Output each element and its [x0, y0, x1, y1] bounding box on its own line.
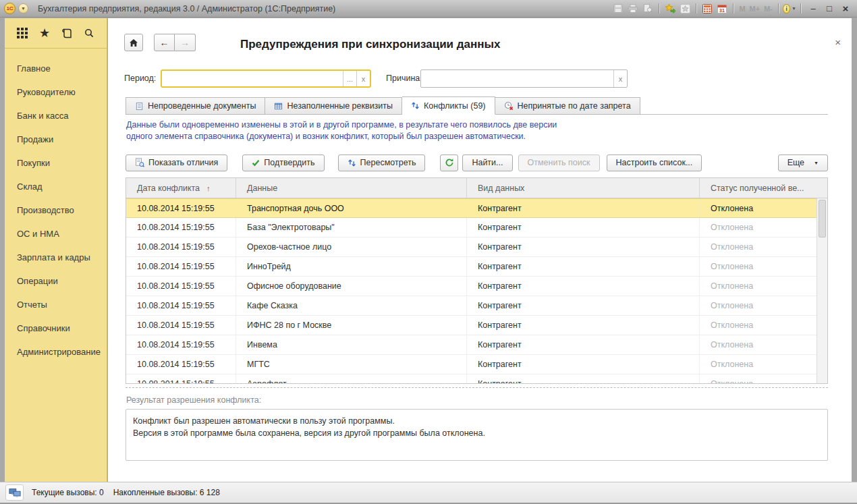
memory-plus-button[interactable]: M+: [748, 5, 763, 13]
table-row[interactable]: 10.08.2014 15:19:55 ИнноТрейд Контрагент…: [126, 257, 827, 277]
save-icon[interactable]: [611, 3, 625, 15]
window-titlebar: 1С ▼ Бухгалтерия предприятия, редакция 3…: [0, 0, 857, 18]
column-header-conflict-date[interactable]: Дата конфликта ↑: [126, 178, 236, 198]
configure-list-label: Настроить список...: [616, 158, 693, 167]
refresh-icon: [445, 158, 454, 167]
info-icon[interactable]: i▼: [783, 3, 796, 15]
table-row[interactable]: 10.08.2014 15:19:55 МГТС Контрагент Откл…: [126, 355, 827, 374]
sidebar-item[interactable]: Склад: [5, 175, 107, 198]
server-calls-icon[interactable]: [5, 484, 24, 501]
history-nav: ← →: [154, 34, 196, 51]
minimize-button[interactable]: –: [806, 3, 821, 15]
document-icon: [135, 102, 144, 111]
reason-input[interactable]: [421, 70, 613, 87]
home-button[interactable]: [124, 34, 143, 51]
conflict-info-text: Данные были одновременно изменены в этой…: [126, 119, 734, 142]
add-to-favorites-icon[interactable]: [663, 3, 677, 15]
find-button[interactable]: Найти...: [462, 155, 512, 171]
scrollbar-thumb[interactable]: [819, 200, 826, 237]
cell-conflict-date: 10.08.2014 15:19:55: [126, 237, 236, 256]
column-header-data[interactable]: Данные: [236, 178, 467, 198]
period-picker-button[interactable]: ...: [343, 71, 356, 86]
table-row[interactable]: 10.08.2014 15:19:55 Инвема Контрагент От…: [126, 335, 827, 355]
calculator-icon[interactable]: [700, 3, 714, 15]
cell-data: Орехов-частное лицо: [236, 237, 467, 256]
cell-data: МГТС: [236, 355, 467, 374]
table-scrollbar[interactable]: [817, 198, 827, 383]
cell-conflict-date: 10.08.2014 15:19:55: [126, 277, 236, 296]
form-close-icon[interactable]: ×: [835, 36, 841, 48]
sidebar-item[interactable]: Банк и касса: [5, 104, 107, 128]
table-row[interactable]: 10.08.2014 15:19:55 ИФНС 28 по г Москве …: [126, 316, 827, 335]
table-row[interactable]: 10.08.2014 15:19:55 Транспортная дочь ОО…: [126, 198, 827, 218]
info-line-1: Данные были одновременно изменены в этой…: [126, 119, 734, 131]
cell-data: ИФНС 28 по г Москве: [236, 316, 467, 335]
tab-conflicts[interactable]: Конфликты (59): [402, 96, 495, 115]
table-row[interactable]: 10.08.2014 15:19:55 Аэрофлот Контрагент …: [126, 374, 827, 384]
refresh-button[interactable]: [440, 155, 458, 171]
favorites-star-icon[interactable]: ★: [37, 26, 52, 40]
column-label: Вид данных: [478, 184, 524, 193]
review-button[interactable]: Пересмотреть: [338, 155, 426, 171]
table-row[interactable]: 10.08.2014 15:19:55 Кафе Сказка Контраге…: [126, 296, 827, 316]
confirm-button[interactable]: Подтвердить: [242, 155, 324, 171]
app-logo-icon[interactable]: 1С: [4, 3, 16, 14]
cell-kind: Контрагент: [467, 374, 700, 384]
resolution-result-label: Результат разрешения конфликта:: [126, 395, 261, 405]
tab-rejected-by-date[interactable]: Непринятые по дате запрета: [495, 97, 640, 115]
search-icon[interactable]: [82, 26, 96, 40]
current-calls-text: Текущие вызовы: 0: [32, 488, 104, 497]
sidebar-item[interactable]: Главное: [5, 57, 107, 80]
sort-ascending-icon: ↑: [206, 184, 211, 192]
resolution-result-box: Конфликт был разрешен автоматически в по…: [126, 409, 828, 461]
memory-minus-button[interactable]: M-: [762, 5, 775, 13]
cell-kind: Контрагент: [467, 257, 700, 276]
system-menu-dropdown-icon[interactable]: ▼: [18, 3, 28, 13]
table-header: Дата конфликта ↑ Данные Вид данных Стату…: [126, 178, 827, 198]
reason-clear-icon[interactable]: x: [613, 70, 627, 87]
forward-button[interactable]: →: [175, 34, 196, 51]
sidebar-item[interactable]: Администрирование: [5, 340, 107, 364]
tab-unposted-documents[interactable]: Непроведенные документы: [126, 97, 265, 115]
memory-recall-button[interactable]: M: [737, 5, 747, 13]
sidebar-item[interactable]: Производство: [5, 198, 107, 222]
close-button[interactable]: ×: [838, 3, 853, 15]
sidebar-item[interactable]: Справочники: [5, 316, 107, 340]
sidebar-item[interactable]: Покупки: [5, 151, 107, 175]
sidebar-item[interactable]: Зарплата и кадры: [5, 246, 107, 269]
column-header-status[interactable]: Статус полученной ве...: [700, 178, 817, 198]
show-differences-button[interactable]: Показать отличия: [126, 155, 227, 171]
tab-unfilled-attributes[interactable]: Незаполненные реквизиты: [265, 97, 402, 115]
sidebar-item[interactable]: Операции: [5, 269, 107, 293]
more-button[interactable]: Еще ▼: [778, 155, 828, 171]
table-row[interactable]: 10.08.2014 15:19:55 Орехов-частное лицо …: [126, 237, 827, 257]
sidebar-item[interactable]: Продажи: [5, 128, 107, 151]
cancel-search-button[interactable]: Отменить поиск: [518, 155, 600, 171]
print-preview-icon[interactable]: [641, 3, 655, 15]
more-label: Еще: [787, 158, 804, 167]
print-icon[interactable]: [626, 3, 640, 15]
main-menu-grid-icon[interactable]: [15, 26, 30, 40]
history-icon[interactable]: [59, 26, 74, 40]
cell-conflict-date: 10.08.2014 15:19:55: [126, 199, 236, 217]
reason-field: x: [420, 69, 628, 88]
period-clear-icon[interactable]: x: [356, 71, 370, 86]
cell-status: Отклонена: [700, 335, 817, 354]
table-row[interactable]: 10.08.2014 15:19:55 База "Электротовары"…: [126, 218, 827, 237]
calendar-icon[interactable]: 31: [715, 3, 729, 15]
configure-list-button[interactable]: Настроить список...: [607, 155, 702, 171]
info-line-2: одного элемента справочника (документа) …: [126, 131, 734, 142]
period-input[interactable]: [162, 71, 343, 86]
sidebar-item[interactable]: Руководителю: [5, 80, 107, 104]
info-dropdown-icon[interactable]: ▼: [792, 6, 796, 11]
sidebar-item[interactable]: ОС и НМА: [5, 222, 107, 246]
period-field: ... x: [161, 69, 371, 88]
cell-data: Аэрофлот: [236, 374, 467, 384]
table-row[interactable]: 10.08.2014 15:19:55 Офисное оборудование…: [126, 277, 827, 296]
back-button[interactable]: ←: [154, 34, 175, 51]
column-header-kind[interactable]: Вид данных: [467, 178, 700, 198]
cell-kind: Контрагент: [467, 335, 700, 354]
favorites-icon[interactable]: [678, 3, 692, 15]
sidebar-item[interactable]: Отчеты: [5, 293, 107, 316]
maximize-button[interactable]: □: [822, 3, 837, 15]
